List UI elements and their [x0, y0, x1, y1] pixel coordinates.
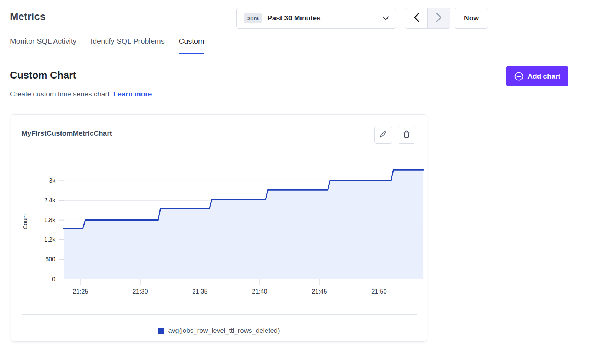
learn-more-link[interactable]: Learn more [113, 90, 152, 98]
svg-text:21:50: 21:50 [371, 288, 386, 295]
svg-text:1.8k: 1.8k [44, 217, 56, 223]
svg-text:21:35: 21:35 [192, 288, 207, 295]
metrics-tabs: Monitor SQL Activity Identify SQL Proble… [10, 37, 204, 54]
time-range-badge: 30m [244, 13, 262, 23]
time-back-button[interactable] [405, 8, 428, 28]
svg-text:21:45: 21:45 [312, 288, 327, 295]
tab-identify-sql-problems[interactable]: Identify SQL Problems [91, 37, 164, 54]
svg-text:3k: 3k [49, 178, 56, 184]
section-description: Create custom time series chart. Learn m… [10, 90, 152, 98]
add-chart-label: Add chart [527, 72, 560, 80]
chart-legend[interactable]: avg(jobs_row_level_ttl_rows_deleted) [11, 322, 427, 339]
plus-circle-icon [514, 72, 524, 81]
time-nav-group [405, 8, 450, 29]
tab-custom[interactable]: Custom [179, 37, 204, 54]
svg-text:21:40: 21:40 [252, 288, 267, 295]
svg-text:21:30: 21:30 [132, 288, 148, 295]
svg-text:1.2k: 1.2k [44, 236, 56, 243]
y-axis-label: Count [22, 214, 28, 229]
legend-label: avg(jobs_row_level_ttl_rows_deleted) [168, 327, 280, 335]
tabs-divider [10, 54, 568, 54]
chart-title: MyFirstCustomMetricChart [22, 129, 112, 138]
time-range-label: Past 30 Minutes [267, 14, 321, 22]
tab-monitor-sql-activity[interactable]: Monitor SQL Activity [10, 37, 76, 54]
delete-chart-button[interactable] [398, 126, 415, 144]
trash-icon [402, 130, 411, 140]
chevron-down-icon [382, 16, 389, 20]
chevron-right-icon [436, 13, 442, 24]
svg-text:0: 0 [52, 276, 55, 282]
add-chart-button[interactable]: Add chart [506, 66, 568, 86]
timeseries-chart[interactable]: 06001.2k1.8k2.4k3k21:2521:3021:3521:4021… [11, 156, 427, 297]
edit-chart-button[interactable] [374, 126, 392, 144]
card-divider [22, 314, 417, 315]
chevron-left-icon [414, 13, 419, 24]
custom-chart-card: MyFirstCustomMetricChart 06001.2k1.8k2.4… [11, 114, 427, 342]
now-button[interactable]: Now [455, 8, 488, 29]
svg-text:2.4k: 2.4k [44, 197, 56, 203]
pencil-icon [379, 130, 388, 140]
svg-text:21:25: 21:25 [73, 288, 88, 295]
section-title: Custom Chart [10, 70, 76, 81]
svg-text:600: 600 [45, 256, 55, 262]
legend-swatch [158, 328, 164, 334]
time-range-picker[interactable]: 30m Past 30 Minutes [236, 8, 396, 29]
page-title: Metrics [10, 11, 46, 23]
time-forward-button[interactable] [428, 8, 450, 28]
